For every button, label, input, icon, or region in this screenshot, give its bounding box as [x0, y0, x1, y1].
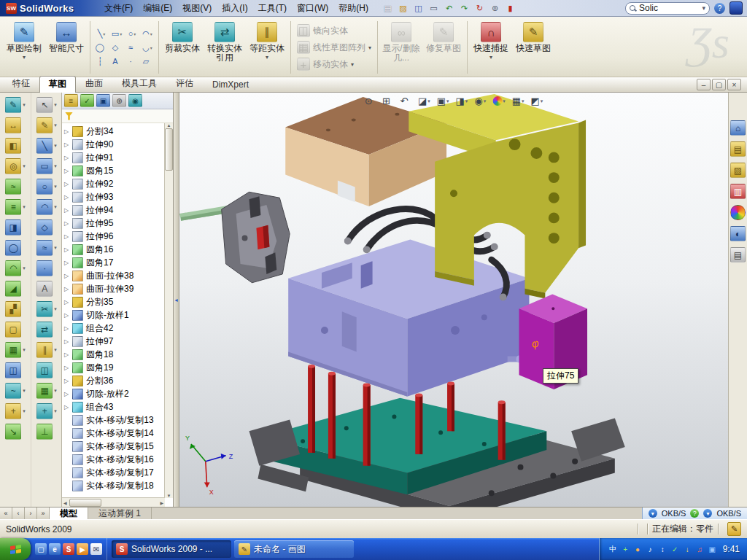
menu-item[interactable]: 帮助(H) [333, 1, 374, 16]
polygon-icon[interactable]: ◇ ▾ [31, 217, 62, 238]
chamfer-icon[interactable]: ◢ ▾ [0, 279, 31, 299]
tree-item[interactable]: ▷ 圆角19 [62, 361, 165, 374]
edit-sketch-indicator-icon[interactable]: ✎ [727, 522, 741, 536]
curve-icon[interactable]: ~ ▾ [0, 381, 31, 401]
trim-entities-icon[interactable]: ✂ ▾ [31, 299, 62, 319]
commandmanager-tab-features[interactable]: 特征 [3, 75, 39, 92]
panel-splitter[interactable]: ◂ [174, 93, 179, 507]
appearances-icon[interactable] [730, 205, 746, 220]
tree-item[interactable]: ▷ 拉伸91 [62, 151, 165, 164]
tree-vertical-scrollbar[interactable]: ▲ ▼ [164, 123, 173, 498]
mirror-entities-button[interactable]: ◫ 镜向实体 ▾ [295, 23, 374, 38]
cut-extrude-icon[interactable]: ◨ ▾ [0, 217, 31, 238]
tree-item[interactable]: ▷ 拉伸97 [62, 335, 165, 348]
reference-geometry-icon[interactable]: + ▾ [0, 401, 31, 421]
centerline-tool-icon[interactable]: ┆ ▾ [94, 55, 109, 68]
solidworks-launch-icon[interactable]: S [63, 543, 74, 555]
design-library-icon[interactable]: ▤ [730, 141, 746, 157]
scroll-down-icon[interactable]: ▼ [166, 494, 173, 498]
linear-pattern-icon[interactable]: ▦ ▾ [0, 340, 31, 360]
previous-view-icon[interactable]: ↶ ▾ [398, 94, 413, 108]
revolve-boss-icon[interactable]: ◎ ▾ [0, 156, 31, 176]
redo-icon[interactable]: ↷ [457, 1, 471, 15]
tree-item[interactable]: ▷ 拉伸95 [62, 217, 165, 230]
circle-tool-icon[interactable]: ○ ▾ [125, 27, 139, 40]
materials-icon[interactable]: ▮ [503, 1, 517, 15]
tree-item[interactable]: ▷ 分割34 [62, 125, 165, 138]
collapse-panel-icon[interactable]: ◂ [174, 297, 177, 303]
offset-entities-button[interactable]: ∥ 等距实体 ▾ [246, 18, 288, 77]
smart-dimension-button[interactable]: ↔ 智能尺寸 ▾ [45, 18, 88, 77]
point-tool-icon[interactable]: · ▾ [125, 55, 139, 68]
tree-item[interactable]: ▷ 圆角15 [62, 164, 165, 177]
search-input[interactable]: Solic ▾ [625, 2, 710, 15]
rib-icon[interactable]: ▞ ▾ [0, 299, 31, 319]
model-tab[interactable]: 模型 [50, 508, 88, 519]
menu-item[interactable]: 文件(F) [99, 1, 138, 16]
hole-wizard-icon[interactable]: ◯ ▾ [0, 238, 31, 258]
tree-horizontal-scrollbar[interactable]: ◀ ▶ [62, 497, 165, 507]
plane-tool-icon[interactable]: ▱ ▾ [140, 55, 155, 68]
antivirus-icon[interactable]: + [621, 545, 630, 554]
view-settings-icon[interactable]: ◩ ▾ [529, 94, 546, 108]
view-palette-icon[interactable]: ▥ [730, 184, 746, 199]
circle-icon[interactable]: ○ ▾ [31, 176, 62, 197]
quick-snaps-button[interactable]: ∩ 快速捕捉 ▾ [470, 18, 512, 77]
prev-tab-button[interactable]: ‹ [12, 508, 25, 519]
menu-item[interactable]: 窗口(W) [292, 1, 333, 16]
text-tool-icon[interactable]: A ▾ [109, 55, 124, 68]
tree-item[interactable]: ▷ 切除-放样2 [62, 387, 165, 400]
display-tray-icon[interactable]: ▣ [708, 545, 717, 554]
commandmanager-tab-sketch[interactable]: 草图 [39, 76, 76, 93]
sketch-button[interactable]: ✎ 草图绘制 ▾ [3, 18, 45, 77]
point-icon[interactable]: · ▾ [31, 258, 62, 279]
tree-item[interactable]: ▷ 实体-移动/复制17 [62, 466, 165, 479]
convert-entities-button[interactable]: ⇄ 转换实体引用 ▾ [204, 18, 246, 77]
network-icon[interactable]: ↕ [658, 545, 667, 554]
show-desktop-icon[interactable]: ▢ [35, 543, 47, 555]
featuremanager-tab[interactable]: ≡ [64, 94, 78, 107]
tree-item[interactable]: ▷ 实体-移动/复制16 [62, 453, 165, 466]
extrude-boss-icon[interactable]: ◧ ▾ [0, 136, 31, 156]
display-relations-icon[interactable]: ⊥ ▾ [31, 421, 62, 442]
open-icon[interactable]: ▨ [396, 1, 410, 15]
hide-show-items-icon[interactable]: ◉ ▾ [472, 94, 488, 108]
search-dropdown-caret-icon[interactable]: ▾ [702, 4, 705, 12]
select-icon[interactable]: ↖ ▾ [31, 95, 62, 115]
move-entities-icon[interactable]: + ▾ [31, 401, 62, 421]
scroll-up-icon[interactable]: ▲ [166, 123, 173, 128]
tree-item[interactable]: ▷ 曲面-拉伸38 [62, 269, 165, 282]
tree-item[interactable]: ▷ 实体-移动/复制14 [62, 427, 165, 440]
mail-icon[interactable]: ✉ [90, 543, 102, 555]
scene-illumination-icon[interactable]: ◐ [730, 226, 746, 241]
close-doc-button[interactable]: × [727, 79, 741, 90]
tree-item[interactable]: ▷ 分割35 [62, 295, 165, 308]
configurationmanager-tab[interactable]: ▣ [96, 94, 110, 107]
tree-item[interactable]: ▷ 实体-移动/复制18 [62, 479, 165, 492]
model-part-cavity-insert[interactable] [222, 192, 290, 282]
tree-item[interactable]: ▷ 圆角18 [62, 348, 165, 361]
loft-boss-icon[interactable]: ≡ ▾ [0, 197, 31, 217]
security-center-icon[interactable]: ✓ [670, 545, 680, 554]
ie-icon[interactable]: e [49, 543, 61, 555]
display-delete-relations-button[interactable]: ∞ 显示/删除几... ▾ [380, 18, 422, 77]
new-document-icon[interactable]: ▤ [381, 1, 395, 15]
commandmanager-tab-mold-tools[interactable]: 模具工具 [112, 75, 166, 92]
last-tab-button[interactable]: » [37, 508, 50, 519]
fillet-icon[interactable]: ◠ ▾ [0, 258, 31, 279]
monitor-help-icon[interactable]: ? [690, 509, 699, 518]
model-part-right-rail[interactable] [571, 418, 625, 461]
save-icon[interactable]: ◫ [411, 1, 425, 15]
sketch-entities-icon[interactable]: ✎ ▾ [31, 115, 62, 136]
propertymanager-tab[interactable]: ✓ [80, 94, 94, 107]
text-icon[interactable]: A ▾ [31, 279, 62, 299]
tree-item[interactable]: ▷ 分割36 [62, 374, 165, 387]
undo-icon[interactable]: ↶ [442, 1, 456, 15]
rebuild-icon[interactable]: ↻ [473, 1, 487, 15]
ellipse-tool-icon[interactable]: ◯ ▾ [94, 41, 109, 54]
next-tab-button[interactable]: › [25, 508, 37, 519]
scroll-thumb[interactable] [69, 499, 101, 507]
scroll-thumb[interactable] [165, 128, 173, 171]
file-explorer-icon[interactable]: ▨ [730, 163, 746, 178]
home-icon[interactable]: ⌂ [730, 120, 746, 136]
